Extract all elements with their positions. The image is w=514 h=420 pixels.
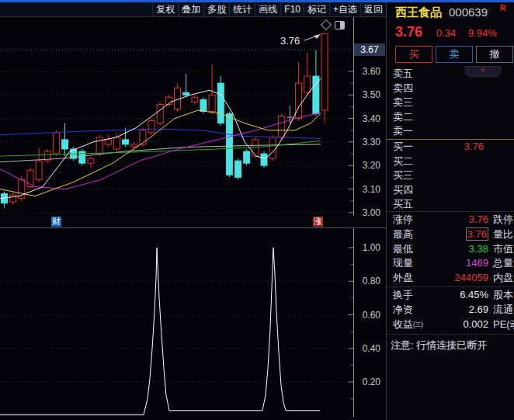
- stat-row: 最低3.38市值: [387, 242, 514, 257]
- stat-label: 收益㈢: [393, 318, 436, 332]
- stat-value: 3.76: [436, 227, 488, 242]
- svg-text:3.76: 3.76: [280, 35, 300, 47]
- stat-row: 最高3.76量比: [387, 227, 514, 242]
- buy-level-row[interactable]: 买二: [387, 154, 514, 169]
- level-label: 买一: [387, 140, 430, 154]
- stat-label-2: 流通: [488, 303, 514, 318]
- buy-level-row[interactable]: 买五: [387, 197, 514, 212]
- stat-row: 收益㈢0.002PE(动): [387, 318, 514, 332]
- stat-label-2: 股本: [488, 288, 514, 303]
- stat-label: 换手: [393, 288, 436, 303]
- level-price: [430, 197, 484, 212]
- level-price: [430, 183, 484, 198]
- level-label: 卖二: [387, 110, 430, 125]
- diamond-marker-icon[interactable]: [321, 19, 332, 30]
- toolbar-item-6[interactable]: 标记: [304, 2, 329, 16]
- collapse-chevron-icon[interactable]: ˅: [465, 66, 501, 77]
- stat-label: 净资: [393, 303, 436, 318]
- stat-label: 外盘: [393, 271, 436, 286]
- stock-code: 000639: [449, 5, 488, 19]
- price-change-pct: 9.94%: [468, 27, 497, 39]
- toolbar-item-7[interactable]: +自选: [329, 2, 360, 16]
- toolbar-item-8[interactable]: 返回: [360, 2, 386, 16]
- level-price: [430, 110, 484, 125]
- level-label: 买三: [387, 168, 430, 183]
- stat-value: 244059: [436, 271, 488, 286]
- level-price: [430, 124, 484, 139]
- stat-value: 2.69: [436, 303, 488, 318]
- quote-panel: 西王食品 000639 R 3.76 0.34 9.94% 买 卖 撤 卖五卖四…: [386, 2, 514, 420]
- sell-level-row[interactable]: 卖四: [387, 82, 514, 96]
- svg-text:3.30: 3.30: [363, 137, 381, 148]
- stock-name: 西王食品: [395, 5, 442, 20]
- toolbar-item-5[interactable]: F10: [280, 2, 304, 16]
- toolbar-item-0[interactable]: 复权: [152, 2, 178, 16]
- chart-toolbar: 复权叠加多股统计画线F10标记+自选返回: [0, 2, 386, 17]
- stat-label: 最高: [393, 227, 436, 242]
- buy-level-row[interactable]: 买四: [387, 183, 514, 198]
- stat-label-2: 总量: [488, 256, 514, 271]
- sell-button[interactable]: 卖: [436, 46, 473, 63]
- panel-toggle-icon[interactable]: [335, 21, 345, 30]
- level-price: [430, 95, 484, 110]
- svg-text:0.80: 0.80: [363, 276, 381, 286]
- buy-button[interactable]: 买: [395, 46, 432, 63]
- level-price: [430, 168, 484, 183]
- rise-badge[interactable]: 涨: [313, 217, 323, 227]
- stat-label: 现量: [393, 256, 436, 271]
- svg-text:0.20: 0.20: [363, 377, 381, 387]
- sell-level-row[interactable]: 卖三: [387, 95, 514, 110]
- price-change: 0.34: [436, 27, 456, 39]
- svg-text:3.20: 3.20: [363, 160, 381, 171]
- svg-text:3.60: 3.60: [363, 66, 381, 77]
- chart-divider-strip: 财 涨: [0, 216, 386, 228]
- svg-text:3.10: 3.10: [363, 184, 381, 195]
- svg-text:0.40: 0.40: [363, 343, 381, 354]
- cancel-order-button[interactable]: 撤: [476, 46, 513, 63]
- level-price: 3.76: [430, 140, 484, 154]
- stat-row: 涨停3.76跌停: [387, 213, 514, 227]
- stats-section-1: 涨停3.76跌停最高3.76量比最低3.38市值现量1469总量外盘244059…: [387, 213, 514, 286]
- stat-label: 涨停: [393, 213, 436, 227]
- panel-separator: [387, 286, 514, 287]
- svg-text:3.67: 3.67: [360, 44, 379, 55]
- svg-text:1.00: 1.00: [363, 242, 381, 253]
- stat-value: 1469: [436, 256, 488, 271]
- svg-text:3.50: 3.50: [363, 89, 381, 100]
- level-label: 买二: [387, 154, 430, 169]
- buy-level-row[interactable]: 买一3.76: [387, 140, 514, 154]
- main-chart[interactable]: 3.603.503.403.303.203.103.003.673.761.00…: [0, 0, 386, 420]
- stat-row: 换手6.45%股本: [387, 288, 514, 303]
- stat-label-2: 市值: [488, 242, 514, 257]
- margin-flag: R: [500, 4, 505, 12]
- sell-level-row[interactable]: 卖二: [387, 110, 514, 125]
- toolbar-item-4[interactable]: 画线: [255, 2, 280, 16]
- finance-badge[interactable]: 财: [51, 217, 61, 227]
- stat-row: 现量1469总量: [387, 256, 514, 271]
- stat-row: 外盘244059内盘: [387, 271, 514, 286]
- order-book: 卖五卖四卖三卖二卖一买一3.76买二买三买四买五: [387, 67, 514, 212]
- stat-value: 3.76: [436, 213, 488, 227]
- panel-separator: [387, 211, 514, 212]
- svg-text:3.40: 3.40: [363, 113, 381, 124]
- stat-value: 3.38: [436, 242, 488, 257]
- level-label: 卖三: [387, 95, 430, 110]
- stat-label-2: 量比: [488, 227, 514, 242]
- stat-label-2: PE(动): [488, 318, 514, 332]
- svg-text:0.60: 0.60: [363, 310, 381, 321]
- toolbar-item-2[interactable]: 多股: [203, 2, 229, 16]
- connection-notice: 注意: 行情连接已断开: [387, 335, 514, 352]
- buy-level-row[interactable]: 买三: [387, 168, 514, 183]
- sell-level-row[interactable]: 卖一: [387, 124, 514, 139]
- panel-toggle-fill: [340, 22, 344, 29]
- last-price: 3.76: [395, 24, 422, 40]
- stats-section-2: 换手6.45%股本净资2.69流通收益㈢0.002PE(动): [387, 288, 514, 331]
- level-price: [430, 154, 484, 169]
- stat-row: 净资2.69流通: [387, 303, 514, 318]
- level-label: 买五: [387, 197, 430, 212]
- trading-app-window: 3.603.503.403.303.203.103.003.673.761.00…: [0, 0, 514, 420]
- toolbar-item-3[interactable]: 统计: [229, 2, 255, 16]
- panel-separator: [387, 334, 514, 335]
- stat-label: 最低: [393, 242, 436, 257]
- toolbar-item-1[interactable]: 叠加: [178, 2, 203, 16]
